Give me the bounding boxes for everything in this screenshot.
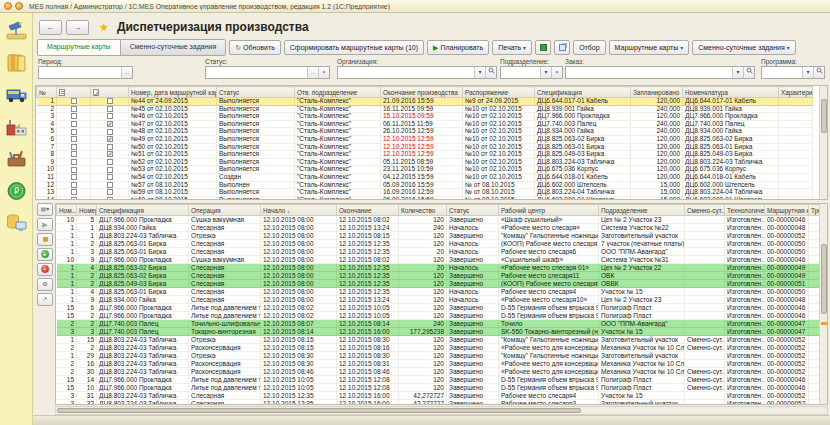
table-cell[interactable]: 12.10.2015 08:02 [261,312,337,320]
table-cell[interactable]: 1 [57,232,77,240]
table-cell[interactable]: Выполняется [217,113,295,121]
checkbox[interactable] [71,167,77,173]
table-cell[interactable]: ДЦ6.675.036 Корпус [535,166,631,174]
table-cell[interactable]: Изготовлен... [725,288,765,296]
table-cell[interactable]: Изготовлен... [725,248,765,256]
scrollbar-thumb[interactable] [821,99,827,133]
checkbox[interactable] [107,98,113,104]
table-cell[interactable]: 2 [57,360,77,368]
table-cell[interactable]: 9 [77,296,97,304]
tab-route-cards[interactable]: Маршрутные карты [38,40,121,55]
table-cell[interactable]: Выполняется [217,135,295,143]
table-cell[interactable]: Завершено [447,280,499,288]
table-cell[interactable]: 1 [57,224,77,232]
table-cell[interactable]: ДЦ7.740.003 Палец [535,120,631,128]
table-row[interactable]: 13№59 от 08.10.2015Выполняется"Сталь-Ком… [37,189,813,197]
table-cell[interactable]: 6 [77,304,97,312]
table-cell[interactable]: 120 [399,344,447,352]
order-input[interactable] [566,67,732,78]
table-row[interactable]: 14ДЦ8.825.063-01 БиркаСлесарная12.10.201… [57,288,827,296]
table-cell[interactable]: 5 [37,128,57,136]
table-cell[interactable]: Механика Участок № 10 Слесарный уча... [599,360,685,368]
table-cell[interactable]: 16.09.2016 12:59 [381,189,463,197]
table-cell[interactable]: Выполняется [217,196,295,200]
table-cell[interactable]: 1 [77,232,97,240]
table-cell[interactable]: 12.10.2015 08:16 [337,344,399,352]
table-cell[interactable] [685,288,725,296]
table-cell[interactable]: ДЦ8.825.063-01 Бирка [97,248,189,256]
table-cell[interactable] [779,105,813,113]
table-cell[interactable]: 9 [77,256,97,264]
table-cell[interactable]: Точильно-шлифовальная [189,320,261,328]
table-cell[interactable]: Началось [447,288,499,296]
table-cell[interactable]: №60 от 08.10.2015 [129,196,217,200]
table-cell[interactable] [779,113,813,121]
table-cell[interactable]: 00-00000046 [765,304,809,312]
table-cell[interactable]: ДЦ7.966.000 Прокладка [97,384,189,392]
table-cell[interactable]: 29 [77,352,97,360]
table-cell[interactable]: №57 от 08.10.2015 [129,181,217,189]
table-cell[interactable] [685,304,725,312]
table-cell[interactable]: ООО "ППМ-Авангард" [599,248,685,256]
table-cell[interactable]: Изготовлен... [725,328,765,336]
table-cell[interactable]: 15.10.2015 09:59 [381,113,463,121]
table-cell[interactable]: 5 [77,216,97,224]
checkbox[interactable] [107,106,113,112]
table-cell[interactable]: Слесарная [189,296,261,304]
status-input[interactable] [206,67,307,78]
table-cell[interactable]: 120 [399,352,447,360]
table-cell[interactable]: ДЦ8.803.224-03 Табличка [535,158,631,166]
table-cell[interactable]: 2 [57,320,77,328]
table-cell[interactable] [685,352,725,360]
column-header[interactable]: Распоряжение [463,87,535,98]
table-cell[interactable]: 12.10.2015 08:31 [337,360,399,368]
table-cell[interactable]: Началось [447,296,499,304]
checkbox[interactable] [107,189,113,195]
table-cell[interactable]: 00-00000046 [765,312,809,320]
table-cell[interactable]: 23.11.2015 10:59 [381,166,463,174]
table-cell[interactable]: ДЦ8.825.063-02 Бирка [535,135,631,143]
table-cell[interactable]: 120,000 [631,151,683,159]
table-cell[interactable]: 12.10.2015 08:00 [261,232,337,240]
table-cell[interactable]: 120 [399,296,447,304]
table-cell[interactable]: Изготовлен... [725,264,765,272]
table-cell[interactable]: 1 [57,288,77,296]
table-cell[interactable]: 00-00000047 [765,328,809,336]
table-cell[interactable]: 120 [399,272,447,280]
table-cell[interactable] [685,312,725,320]
table-cell[interactable]: SK-550 Токарно-винторезный (не точный) [499,328,599,336]
table-cell[interactable]: №10 от 02.10.2015 [463,143,535,151]
table-cell[interactable]: D-55 Германия объем впрыска 95 куб. см. … [499,376,599,384]
table-cell[interactable]: Литье под давлением т... [189,384,261,392]
table-cell[interactable]: 4 [77,264,97,272]
table-cell[interactable]: Слесарная [189,224,261,232]
table-cell[interactable]: Слесарная [189,400,261,406]
table-cell[interactable]: 7 участок (печатные платы) [599,240,685,248]
table-cell[interactable]: ДЦ8.803.224-03 Табличка [97,352,189,360]
table-cell[interactable]: 1 [57,264,77,272]
table-cell[interactable]: ДЦ8.939.001 Гайка [683,105,779,113]
table-row[interactable]: 2№45 от 02.10.2015Выполняется"Сталь-Комп… [37,105,813,113]
table-cell[interactable]: Изготовлен... [725,368,765,376]
pause-button[interactable]: ▮▮ [37,233,53,246]
column-header[interactable]: № [37,87,57,98]
table-cell[interactable]: 120 [399,232,447,240]
plan-button[interactable]: ▶ Планировать [427,40,489,55]
table-cell[interactable]: Завершено [447,352,499,360]
table-cell[interactable]: Полиграф Пласт [599,384,685,392]
play-button[interactable]: ▶ [37,218,53,231]
table-row[interactable]: 5№48 от 02.10.2015Выполняется"Сталь-Комп… [37,128,813,136]
table-cell[interactable]: 12.10.2015 08:14 [337,320,399,328]
table-cell[interactable]: Изготовлен... [725,272,765,280]
table-cell[interactable]: 12.10.2015 08:00 [261,216,337,224]
table-row[interactable]: 22ДЦ8.803.224-03 ТабличкаРасконсервация1… [57,344,827,352]
program-input[interactable] [762,67,802,78]
table-cell[interactable]: 7 [37,143,57,151]
table-cell[interactable]: ДЦ7.966.000 Прокладка [97,376,189,384]
table-cell[interactable]: Сменно-сут... [685,344,725,352]
table-cell[interactable]: Завершено [447,360,499,368]
table-cell[interactable]: Участок № 15 [599,392,685,400]
table-cell[interactable]: Токарно-винторезная [189,328,261,336]
checkbox[interactable] [71,174,77,180]
table-cell[interactable] [779,158,813,166]
